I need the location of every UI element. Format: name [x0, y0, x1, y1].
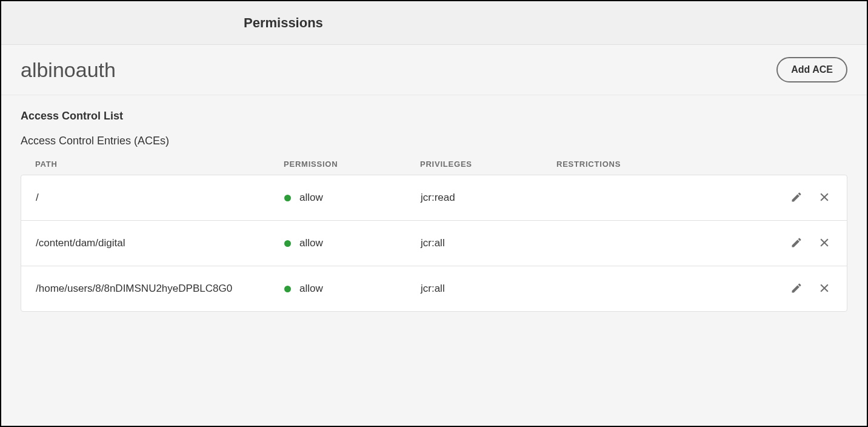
status-dot-icon	[284, 240, 291, 247]
cell-privileges: jcr:all	[421, 237, 557, 249]
page-title: Permissions	[244, 15, 323, 31]
principal-name: albinoauth	[21, 58, 116, 82]
delete-button[interactable]	[816, 281, 832, 297]
pencil-icon	[790, 237, 803, 250]
content-area: Access Control List Access Control Entri…	[1, 95, 867, 426]
add-ace-button[interactable]: Add ACE	[776, 57, 847, 82]
subheader: albinoauth Add ACE	[1, 45, 867, 95]
delete-button[interactable]	[816, 190, 832, 206]
delete-button[interactable]	[816, 235, 832, 251]
table-row: /content/dam/digital allow jcr:all	[21, 221, 847, 266]
permission-label: allow	[299, 237, 323, 249]
edit-button[interactable]	[789, 190, 804, 206]
edit-button[interactable]	[789, 281, 804, 297]
close-icon	[818, 237, 830, 250]
permission-label: allow	[299, 192, 323, 204]
pencil-icon	[790, 191, 803, 205]
col-header-path: PATH	[35, 160, 284, 169]
close-icon	[818, 282, 830, 296]
table-row: / allow jcr:read	[21, 175, 847, 221]
close-icon	[818, 191, 830, 205]
status-dot-icon	[284, 286, 291, 292]
edit-button[interactable]	[789, 235, 804, 251]
acl-section-title: Access Control List	[21, 110, 847, 123]
permission-label: allow	[299, 283, 323, 295]
pencil-icon	[790, 282, 803, 296]
aces-subtitle: Access Control Entries (ACEs)	[21, 135, 847, 147]
acl-table-body: / allow jcr:read	[21, 175, 847, 312]
cell-path: /home/users/8/8nDIMSNU2hyeDPBLC8G0	[36, 283, 284, 295]
cell-privileges: jcr:all	[421, 283, 557, 295]
status-dot-icon	[284, 195, 291, 201]
col-header-privileges: PRIVILEGES	[420, 160, 556, 169]
cell-privileges: jcr:read	[421, 192, 557, 204]
cell-permission: allow	[284, 283, 421, 295]
top-bar: Permissions	[1, 1, 867, 45]
table-header: PATH PERMISSION PRIVILEGES RESTRICTIONS	[21, 156, 847, 175]
table-row: /home/users/8/8nDIMSNU2hyeDPBLC8G0 allow…	[21, 266, 847, 311]
cell-permission: allow	[284, 192, 421, 204]
col-header-permission: PERMISSION	[284, 160, 420, 169]
col-header-restrictions: RESTRICTIONS	[556, 160, 766, 169]
cell-path: /content/dam/digital	[36, 237, 284, 249]
cell-permission: allow	[284, 237, 421, 249]
cell-path: /	[36, 192, 284, 204]
permissions-panel: Permissions albinoauth Add ACE Access Co…	[0, 0, 868, 427]
col-header-actions	[766, 160, 833, 169]
